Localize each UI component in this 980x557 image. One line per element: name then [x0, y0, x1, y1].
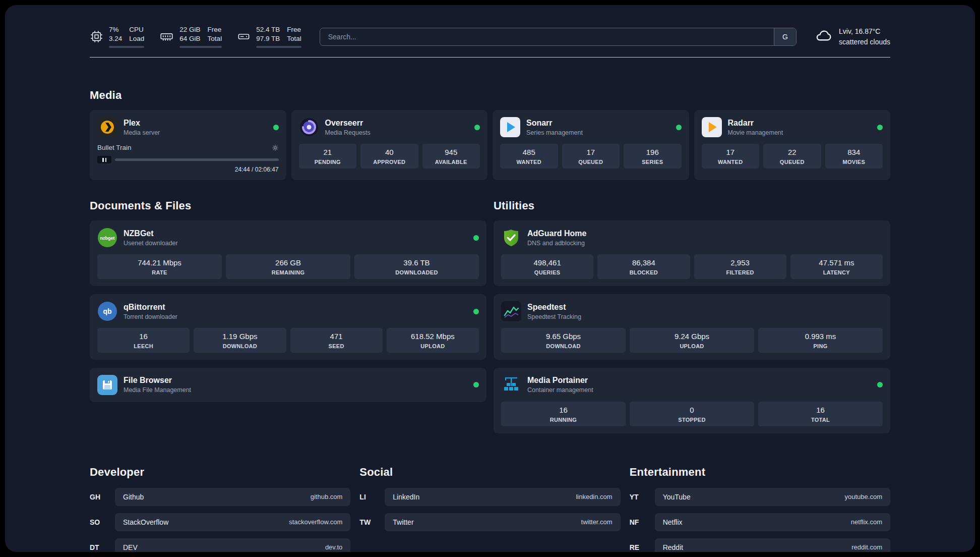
- search-engine-button[interactable]: G: [774, 28, 796, 45]
- bookmark-link-netflix[interactable]: Netflix netflix.com: [655, 513, 890, 531]
- stat-pending: 21 PENDING: [299, 144, 357, 169]
- status-dot: [877, 125, 883, 130]
- stat-queries: 498,461 QUERIES: [501, 254, 593, 279]
- service-name: Speedtest: [527, 303, 581, 312]
- cpu-icon: [90, 30, 103, 43]
- weather-widget: Lviv, 16.87°C scattered clouds: [815, 26, 890, 47]
- bookmark-link-stackoverflow[interactable]: StackOverflow stackoverflow.com: [115, 513, 350, 531]
- bookmark-link-twitter[interactable]: Twitter twitter.com: [385, 513, 620, 531]
- stat-movies: 834 MOVIES: [825, 144, 883, 169]
- sonarr-icon: [500, 117, 520, 137]
- bookmark-link-linkedin[interactable]: LinkedIn linkedin.com: [385, 488, 620, 506]
- section-title-social: Social: [359, 466, 620, 479]
- system-stats: 7% 3.24 CPU Load: [90, 25, 301, 48]
- svg-text:qb: qb: [103, 307, 111, 315]
- status-dot: [676, 125, 682, 130]
- ram-usage-bar: [179, 46, 222, 48]
- service-name: Radarr: [728, 119, 783, 128]
- radarr-card[interactable]: Radarr Movie management 17 WANTED 22 QUE…: [694, 110, 891, 180]
- service-description: Speedtest Tracking: [527, 313, 581, 320]
- bookmark-abbr: GH: [90, 493, 109, 501]
- media-card-row: Plex Media server Bullet Train: [90, 110, 890, 180]
- top-bar: 7% 3.24 CPU Load: [90, 25, 890, 48]
- nzbget-icon: nzbget: [97, 228, 117, 248]
- dashboard: 7% 3.24 CPU Load: [5, 5, 975, 552]
- adguard-icon: [501, 228, 521, 248]
- ram-total-label: Total: [208, 34, 222, 43]
- status-dot: [273, 125, 279, 130]
- disk-free-value: 52.4 TB: [256, 25, 280, 34]
- stat-seed: 471 SEED: [290, 328, 383, 353]
- documents-column: Documents & Files nzbget NZBGet Usenet d…: [90, 199, 486, 433]
- stat-wanted: 485 WANTED: [500, 144, 558, 169]
- bookmark-link-dev[interactable]: DEV dev.to: [115, 538, 350, 552]
- stat-total: 16 TOTAL: [758, 402, 883, 426]
- weather-condition: scattered clouds: [839, 37, 890, 47]
- service-description: Media File Management: [124, 386, 191, 394]
- bookmark-abbr: YT: [630, 493, 649, 501]
- disk-usage-bar: [256, 46, 301, 48]
- service-name: NZBGet: [124, 229, 178, 238]
- cpu-stat: 7% 3.24 CPU Load: [90, 25, 144, 48]
- disk-icon: [237, 30, 251, 43]
- speedtest-card[interactable]: Speedtest Speedtest Tracking 9.65 Gbps D…: [494, 294, 890, 360]
- plex-card[interactable]: Plex Media server Bullet Train: [90, 110, 286, 180]
- stat-upload: 9.24 Gbps UPLOAD: [630, 328, 754, 353]
- nzbget-card[interactable]: nzbget NZBGet Usenet downloader 744.21 M…: [90, 220, 486, 286]
- portainer-icon: [501, 375, 521, 395]
- stat-ping: 0.993 ms PING: [758, 328, 883, 353]
- service-name: Plex: [124, 119, 160, 128]
- bookmark-row-github: GH Github github.com: [90, 488, 350, 506]
- status-dot: [473, 382, 479, 387]
- service-description: Movie management: [728, 129, 783, 136]
- bookmark-abbr: LI: [359, 493, 379, 501]
- bookmark-row-reddit: RE Reddit reddit.com: [630, 538, 890, 552]
- stat-approved: 40 APPROVED: [360, 144, 418, 169]
- playback-progress-bar[interactable]: [115, 158, 279, 161]
- disk-total-value: 97.9 TB: [256, 34, 280, 43]
- search-input[interactable]: [320, 28, 774, 45]
- bookmark-link-youtube[interactable]: YouTube youtube.com: [655, 488, 890, 506]
- sonarr-card[interactable]: Sonarr Series management 485 WANTED 17 Q…: [493, 110, 689, 180]
- plex-icon: [97, 117, 117, 137]
- stat-available: 945 AVAILABLE: [422, 144, 480, 169]
- stat-series: 196 SERIES: [624, 144, 682, 169]
- bookmark-abbr: TW: [359, 518, 379, 526]
- filebrowser-card[interactable]: File Browser Media File Management: [90, 368, 486, 402]
- service-description: Media Requests: [325, 129, 371, 136]
- service-description: Torrent downloader: [124, 313, 177, 320]
- cpu-usage-bar: [109, 46, 144, 48]
- status-dot: [474, 125, 480, 130]
- bookmark-row-dev: DT DEV dev.to: [90, 538, 350, 552]
- section-title-media: Media: [90, 89, 890, 102]
- bookmark-row-netflix: NF Netflix netflix.com: [630, 513, 890, 531]
- section-title-utilities: Utilities: [494, 199, 890, 212]
- disk-total-label: Total: [287, 34, 301, 43]
- speedtest-icon: [501, 301, 521, 321]
- bookmark-abbr: NF: [630, 518, 649, 526]
- stat-queued: 17 QUEUED: [562, 144, 620, 169]
- overseerr-card[interactable]: Overseerr Media Requests 21 PENDING 40 A…: [291, 110, 488, 180]
- bookmark-link-github[interactable]: Github github.com: [115, 488, 350, 506]
- bookmark-row-stackoverflow: SO StackOverflow stackoverflow.com: [90, 513, 350, 531]
- gear-icon[interactable]: [272, 144, 279, 151]
- stat-queued: 22 QUEUED: [763, 144, 821, 169]
- disk-stat: 52.4 TB 97.9 TB Free Total: [237, 25, 301, 48]
- ram-free-label: Free: [208, 25, 222, 34]
- service-description: Container management: [527, 386, 593, 394]
- adguard-card[interactable]: AdGuard Home DNS and adblocking 498,461 …: [494, 220, 890, 286]
- qbittorrent-card[interactable]: qb qBittorrent Torrent downloader 16 LEE…: [90, 294, 486, 360]
- portainer-card[interactable]: Media Portainer Container management 16 …: [494, 368, 890, 433]
- stat-running: 16 RUNNING: [501, 402, 626, 426]
- pause-button[interactable]: [97, 156, 111, 163]
- service-description: Series management: [526, 129, 583, 136]
- bookmark-link-reddit[interactable]: Reddit reddit.com: [655, 538, 890, 552]
- status-dot: [473, 309, 479, 314]
- service-description: Usenet downloader: [124, 240, 178, 247]
- entertainment-bookmarks: Entertainment YT YouTube youtube.com NF …: [630, 466, 890, 552]
- stat-wanted: 17 WANTED: [702, 144, 760, 169]
- ram-free-value: 22 GiB: [179, 25, 200, 34]
- section-title-developer: Developer: [90, 466, 350, 479]
- stat-upload: 618.52 Mbps UPLOAD: [387, 328, 479, 353]
- topbar-divider: [90, 57, 890, 58]
